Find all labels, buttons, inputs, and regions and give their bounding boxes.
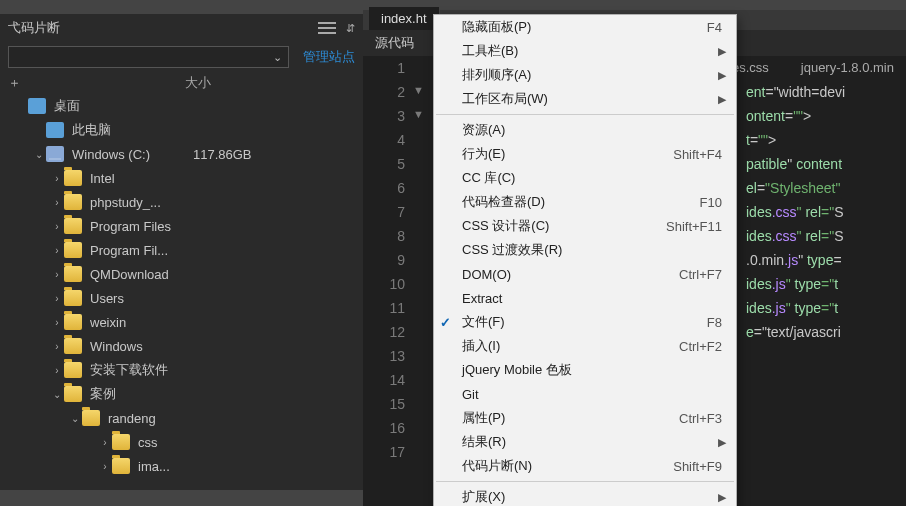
menu-item[interactable]: Git: [434, 382, 736, 406]
tree-row[interactable]: ⌄randeng: [4, 406, 363, 430]
arrow-icon[interactable]: ›: [98, 437, 112, 448]
arrow-icon[interactable]: ›: [50, 245, 64, 256]
tree-label: 安装下载软件: [90, 361, 168, 379]
menu-label: 结果(R): [462, 433, 722, 451]
menu-item[interactable]: CC 库(C): [434, 166, 736, 190]
menu-item[interactable]: CSS 设计器(C)Shift+F11: [434, 214, 736, 238]
tree-row[interactable]: ›weixin: [4, 310, 363, 334]
menu-separator: [436, 481, 734, 482]
arrow-icon[interactable]: ›: [50, 341, 64, 352]
tree-label: ima...: [138, 459, 170, 474]
tree-row[interactable]: ›安装下载软件: [4, 358, 363, 382]
submenu-arrow-icon: ▶: [718, 436, 726, 449]
files-panel: 弋码片断 ⇵ ⌄ 管理站点 ＋ 大小 桌面此电脑⌄Windows (C:)117…: [0, 0, 363, 506]
tree-label: Users: [90, 291, 124, 306]
tree-row[interactable]: ›Intel: [4, 166, 363, 190]
folder-icon: [112, 434, 130, 450]
menu-item[interactable]: 结果(R)▶: [434, 430, 736, 454]
tree-label: 桌面: [54, 97, 80, 115]
menu-item[interactable]: 隐藏面板(P)F4: [434, 15, 736, 39]
tree-row[interactable]: ›Windows: [4, 334, 363, 358]
tree-row[interactable]: ›Program Fil...: [4, 238, 363, 262]
arrow-icon[interactable]: ›: [50, 173, 64, 184]
arrow-icon[interactable]: ›: [50, 293, 64, 304]
folder-icon: [64, 338, 82, 354]
tree-row[interactable]: 此电脑: [4, 118, 363, 142]
menu-shortcut: F4: [707, 20, 722, 35]
tree-row[interactable]: ›QMDownload: [4, 262, 363, 286]
tree-row[interactable]: ›Program Files: [4, 214, 363, 238]
file-tree[interactable]: 桌面此电脑⌄Windows (C:)117.86GB›Intel›phpstud…: [0, 94, 363, 490]
menu-label: 文件(F): [462, 313, 699, 331]
folder-icon: [82, 410, 100, 426]
window-menu-popup[interactable]: 隐藏面板(P)F4工具栏(B)▶排列顺序(A)▶工作区布局(W)▶资源(A)行为…: [433, 14, 737, 506]
tree-row[interactable]: ›ima...: [4, 454, 363, 478]
menu-label: 代码片断(N): [462, 457, 665, 475]
menu-item[interactable]: 代码片断(N)Shift+F9: [434, 454, 736, 478]
tree-label: Intel: [90, 171, 115, 186]
tree-row[interactable]: ⌄Windows (C:)117.86GB: [4, 142, 363, 166]
submenu-arrow-icon: ▶: [718, 45, 726, 58]
menu-item[interactable]: jQuery Mobile 色板: [434, 358, 736, 382]
check-icon: ✓: [440, 315, 451, 330]
folder-icon: [64, 266, 82, 282]
menu-item[interactable]: 属性(P)Ctrl+F3: [434, 406, 736, 430]
menu-item[interactable]: ✓文件(F)F8: [434, 310, 736, 334]
menu-item[interactable]: 排列顺序(A)▶: [434, 63, 736, 87]
related-tab[interactable]: jquery-1.8.0.min: [793, 56, 902, 79]
menu-item[interactable]: 工具栏(B)▶: [434, 39, 736, 63]
folder-icon: [64, 362, 82, 378]
snippet-title: 弋码片断: [8, 19, 318, 37]
folder-icon: [64, 290, 82, 306]
menu-shortcut: F10: [700, 195, 722, 210]
related-file-tabs: es.css jquery-1.8.0.min: [724, 56, 902, 79]
arrow-icon[interactable]: ⌄: [68, 413, 82, 424]
fold-icon[interactable]: ▼: [413, 108, 424, 120]
subtab-source[interactable]: 源代码: [375, 34, 414, 52]
disk-icon: [46, 146, 64, 162]
tree-row[interactable]: ⌄案例: [4, 382, 363, 406]
menu-item[interactable]: CSS 过渡效果(R): [434, 238, 736, 262]
fold-icon[interactable]: ▼: [413, 84, 424, 96]
menu-shortcut: Shift+F4: [673, 147, 722, 162]
tree-row[interactable]: ›Users: [4, 286, 363, 310]
arrow-icon[interactable]: ›: [50, 317, 64, 328]
collapse-icon[interactable]: ⇵: [346, 22, 355, 35]
arrow-icon[interactable]: ›: [50, 221, 64, 232]
submenu-arrow-icon: ▶: [718, 69, 726, 82]
arrow-icon[interactable]: ›: [50, 197, 64, 208]
arrow-icon[interactable]: ›: [50, 269, 64, 280]
menu-item[interactable]: DOM(O)Ctrl+F7: [434, 262, 736, 286]
tab-file[interactable]: index.ht: [369, 7, 440, 30]
panel-bottom-bar: [0, 490, 363, 506]
tree-row[interactable]: ›css: [4, 430, 363, 454]
site-dropdown[interactable]: ⌄: [8, 46, 289, 68]
menu-item[interactable]: 扩展(X)▶: [434, 485, 736, 506]
menu-item[interactable]: 资源(A): [434, 118, 736, 142]
arrow-icon[interactable]: ⌄: [50, 389, 64, 400]
arrow-icon[interactable]: ⌄: [32, 149, 46, 160]
fold-gutter[interactable]: ▼▼: [413, 56, 427, 506]
arrow-icon[interactable]: ›: [50, 365, 64, 376]
snippet-header: 弋码片断 ⇵: [0, 14, 363, 42]
menu-item[interactable]: 行为(E)Shift+F4: [434, 142, 736, 166]
menu-shortcut: F8: [707, 315, 722, 330]
pc-icon: [46, 122, 64, 138]
menu-item[interactable]: 代码检查器(D)F10: [434, 190, 736, 214]
menu-item[interactable]: 插入(I)Ctrl+F2: [434, 334, 736, 358]
tree-row[interactable]: 桌面: [4, 94, 363, 118]
menu-icon[interactable]: [318, 22, 336, 34]
arrow-icon[interactable]: ›: [98, 461, 112, 472]
tree-label: QMDownload: [90, 267, 169, 282]
tree-label: randeng: [108, 411, 156, 426]
manage-sites-link[interactable]: 管理站点: [303, 48, 355, 66]
menu-label: 工具栏(B): [462, 42, 722, 60]
expand-all-icon[interactable]: ＋: [8, 74, 20, 92]
tree-row[interactable]: ›phpstudy_...: [4, 190, 363, 214]
menu-label: 扩展(X): [462, 488, 722, 506]
menu-item[interactable]: Extract: [434, 286, 736, 310]
menu-label: 隐藏面板(P): [462, 18, 699, 36]
chevron-down-icon: ⌄: [273, 51, 282, 64]
menu-item[interactable]: 工作区布局(W)▶: [434, 87, 736, 111]
folder-icon: [64, 170, 82, 186]
